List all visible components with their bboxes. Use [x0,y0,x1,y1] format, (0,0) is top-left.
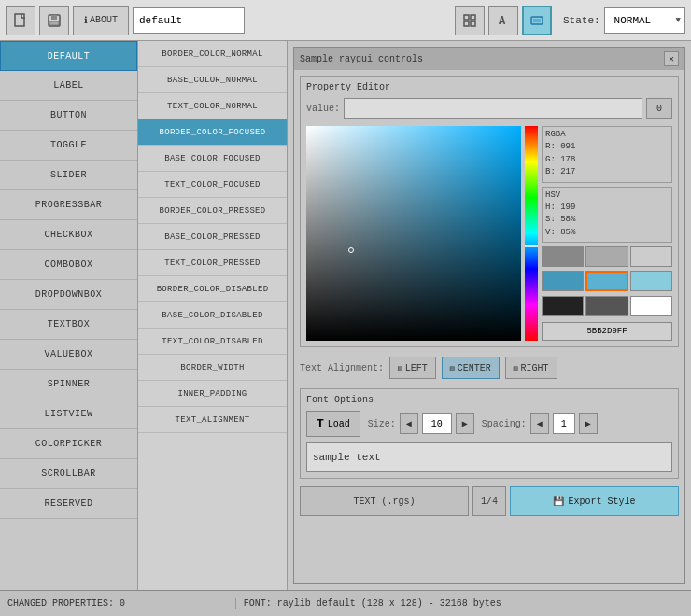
changed-properties-status: CHANGED PROPERTIES: 0 [7,598,236,609]
svg-text:A: A [499,15,506,28]
color-picker-area: RGBA R: 091 G: 178 B: 217 HSV H: 199 S: … [306,126,672,341]
window-close-button[interactable]: ✕ [664,51,679,66]
prop-base-color-normal[interactable]: BASE_COLOR_NORMAL [138,67,287,93]
swatch-7[interactable] [585,296,628,316]
controls-panel: DEFAULT LABEL BUTTON TOGGLE SLIDER PROGR… [0,41,138,590]
property-editor-title: Property Editor [306,82,672,92]
sample-window-titlebar: Sample raygui controls ✕ [294,48,684,70]
swatch-0[interactable] [542,246,584,267]
align-right-button[interactable]: ▤ RIGHT [505,357,557,379]
sidebar-item-scrollbar[interactable]: SCROLLBAR [0,459,137,489]
hsv-section: HSV H: 199 S: 58% V: 85% [542,187,672,244]
rgba-g: G: 178 [545,154,669,167]
sidebar-item-slider[interactable]: SLIDER [0,161,137,190]
font-size-decrease-button[interactable]: ◀ [400,413,418,434]
svg-rect-3 [49,21,59,25]
prop-text-color-disabled[interactable]: TEXT_COLOR_DISABLED [138,329,287,355]
sidebar-item-button[interactable]: BUTTON [0,101,137,131]
text-view-button[interactable]: A [488,6,518,35]
hsv-v: V: 85% [545,227,669,240]
font-options-title: Font Options [306,395,672,405]
decrease-icon: ◀ [406,418,412,429]
font-spacing-increase-button[interactable]: ▶ [579,413,598,434]
sidebar-item-valuebox[interactable]: VALUEBOX [0,340,137,370]
color-swatches [542,246,672,318]
align-center-icon: ▤ [450,364,455,372]
sv-cursor [348,247,354,253]
new-icon [13,13,28,28]
saturation-value-picker[interactable] [306,126,521,341]
hue-bar[interactable] [525,126,538,341]
prop-text-color-focused[interactable]: TEXT_COLOR_FOCUSED [138,172,287,198]
prop-text-color-normal[interactable]: TEXT_COLOR_NORMAL [138,93,287,119]
prop-inner-padding[interactable]: INNER_PADDING [138,381,287,407]
text-alignment-row: Text Alignment: ▤ LEFT ▤ CENTER ▤ RIGHT [300,353,679,383]
font-size-label: Size: [368,419,396,429]
prop-base-color-focused[interactable]: BASE_COLOR_FOCUSED [138,146,287,172]
hex-input[interactable] [542,322,672,341]
state-label: State: [563,15,600,26]
sidebar-item-textbox[interactable]: TEXTBOX [0,310,137,340]
prop-border-width[interactable]: BORDER_WIDTH [138,355,287,381]
about-icon: ℹ [84,15,88,26]
export-style-button[interactable]: 💾 Export Style [510,486,679,516]
grid-view-button[interactable] [455,6,485,35]
svg-rect-5 [471,15,475,20]
about-button[interactable]: ℹ ABOUT [73,6,129,35]
sidebar-item-checkbox[interactable]: CHECKBOX [0,220,137,250]
prop-base-color-pressed[interactable]: BASE_COLOR_PRESSED [138,224,287,250]
font-status: FONT: raylib default (128 x 128) - 32168… [236,598,684,609]
svg-rect-4 [464,15,469,20]
font-spacing-input[interactable] [553,413,575,434]
align-left-icon: ▤ [398,364,402,372]
swatch-6[interactable] [542,296,584,316]
new-button[interactable] [6,6,35,35]
spacing-decrease-icon: ◀ [537,418,543,429]
prop-value-row: Value: 0 [306,98,672,119]
rgba-b: B: 217 [545,166,669,179]
state-select[interactable]: NORMAL FOCUSED PRESSED DISABLED [609,9,674,32]
swatch-1[interactable] [585,246,628,267]
swatch-8[interactable] [630,296,672,316]
sidebar-item-listview[interactable]: LISTVIEW [0,399,137,429]
swatch-5[interactable] [630,271,672,291]
prop-text-color-pressed[interactable]: TEXT_COLOR_PRESSED [138,250,287,276]
load-font-button[interactable]: T Load [306,411,360,437]
style-name-input[interactable] [133,7,245,34]
sidebar-item-progressbar[interactable]: PROGRESSBAR [0,190,137,220]
prop-base-color-disabled[interactable]: BASE_COLOR_DISABLED [138,302,287,329]
right-panel: Sample raygui controls ✕ Property Editor… [288,41,691,590]
svg-rect-0 [15,14,24,26]
svg-rect-6 [464,21,469,26]
property-editor: Property Editor Value: 0 [300,76,679,347]
sidebar-item-reserved[interactable]: RESERVED [0,489,137,519]
sidebar-item-default[interactable]: DEFAULT [0,41,137,71]
prop-border-color-pressed[interactable]: BORDER_COLOR_PRESSED [138,198,287,224]
sidebar-item-toggle[interactable]: TOGGLE [0,131,137,161]
align-left-button[interactable]: ▤ LEFT [389,357,436,379]
swatch-2[interactable] [630,246,672,267]
sidebar-item-spinner[interactable]: SPINNER [0,370,137,399]
font-spacing-decrease-button[interactable]: ◀ [530,413,549,434]
sidebar-item-dropdownbox[interactable]: DROPDOWNBOX [0,280,137,310]
prop-border-color-focused[interactable]: BORDER_COLOR_FOCUSED [138,119,287,146]
font-size-increase-button[interactable]: ▶ [456,413,474,434]
swatch-3[interactable] [542,271,584,291]
align-center-button[interactable]: ▤ CENTER [442,357,500,379]
prop-text-alignment[interactable]: TEXT_ALIGNMENT [138,407,287,433]
prop-value-button[interactable]: 0 [646,98,672,119]
bottom-bar: TEXT (.rgs) 1/4 💾 Export Style [300,484,679,518]
sample-text-input[interactable] [306,442,672,472]
swatch-4[interactable] [585,271,628,291]
sidebar-item-colorpicker[interactable]: COLORPICKER [0,429,137,459]
prop-border-color-normal[interactable]: BORDER_COLOR_NORMAL [138,41,287,67]
save-button[interactable] [39,6,69,35]
hue-cursor [525,245,538,247]
color-view-button[interactable] [522,6,552,35]
font-size-input[interactable] [422,413,452,434]
sidebar-item-combobox[interactable]: COMBOBOX [0,250,137,280]
text-rgs-button[interactable]: TEXT (.rgs) [300,486,469,516]
prop-border-color-disabled[interactable]: BORDER_COLOR_DISABLED [138,276,287,302]
prop-value-input[interactable] [344,98,642,119]
sidebar-item-label[interactable]: LABEL [0,71,137,101]
